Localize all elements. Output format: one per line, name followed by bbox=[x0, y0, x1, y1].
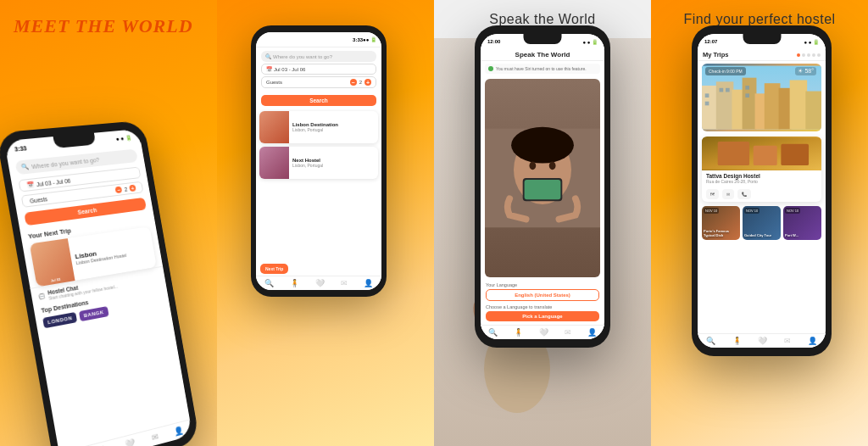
phone4-act2-card: NOV 10 Guided City Tour bbox=[743, 206, 781, 240]
phone1-dates: Jul 03 - Jul 06 bbox=[36, 177, 70, 187]
phone2-bottom-nav: 🔍 🧍 🤍 ✉ 👤 bbox=[256, 276, 381, 290]
svg-rect-25 bbox=[705, 102, 709, 106]
phone4-activity-2[interactable]: NOV 10 Guided City Tour bbox=[743, 206, 781, 240]
nav-heart-icon[interactable]: 🤍 bbox=[125, 438, 136, 446]
phone2-result-card-1[interactable]: Lisbon Destination Lisbon, Portugal bbox=[259, 111, 378, 143]
svg-point-9 bbox=[549, 162, 556, 170]
p2-card2-img bbox=[259, 147, 289, 179]
phone2-result-card-2[interactable]: Next Hostel Lisbon, Portugal bbox=[259, 147, 378, 179]
nav-profile-icon[interactable]: 👤 bbox=[174, 426, 185, 437]
phone4-hero-image: Check-in 9:00 PM ☀ 58° Porto bbox=[702, 64, 821, 131]
p2-card2-loc: Lisbon, Portugal bbox=[292, 163, 323, 168]
phone4-weather: ☀ 58° bbox=[795, 67, 816, 75]
phone3-alert-text: You must have Siri turned on to use this… bbox=[496, 66, 587, 71]
phone4-activity-1[interactable]: NOV 10 Porto's Famous Typical Dish bbox=[702, 206, 740, 240]
phone4-activity-3[interactable]: NOV 10 Port W... bbox=[783, 206, 821, 240]
phone2: 3:33 ●● 🔋 🔍 Where do you want to go? 📅 J… bbox=[251, 25, 387, 297]
phone4-mail-btn[interactable]: ✉ bbox=[722, 189, 734, 199]
phone2-search-area: 🔍 Where do you want to go? 📅 Jul 03 - Ju… bbox=[256, 47, 381, 92]
phone1-trip-image: Jul 03 bbox=[30, 238, 75, 287]
svg-rect-15 bbox=[702, 86, 718, 129]
phone4-map-btn[interactable]: 🗺 bbox=[706, 189, 719, 199]
search-icon: 🔍 bbox=[20, 163, 30, 170]
svg-point-8 bbox=[529, 162, 536, 170]
p4-nav-message[interactable]: ✉ bbox=[784, 337, 791, 345]
phone4-phone-btn[interactable]: 📞 bbox=[737, 189, 751, 199]
phone3-bottom-nav: 🔍 🧍 🤍 ✉ 👤 bbox=[481, 325, 604, 339]
svg-rect-23 bbox=[805, 92, 821, 130]
phone1-trip-date: Jul 03 bbox=[50, 277, 60, 283]
p4-nav-search[interactable]: 🔍 bbox=[706, 337, 715, 345]
p2-nav-heart[interactable]: 🤍 bbox=[315, 279, 325, 287]
phone2-stepper: − 2 + bbox=[350, 79, 371, 86]
phone3-language-button[interactable]: English (United States) bbox=[486, 289, 599, 301]
phone3-pick-button[interactable]: Pick a Language bbox=[486, 311, 599, 321]
phone1-content: 3:33 ● ● 🔋 🔍 Where do you want to go? 📅 … bbox=[4, 129, 192, 446]
phone4-hostel-info: Tattva Design Hostel Rua de Caires 26-28… bbox=[702, 170, 821, 187]
phone1: 3:33 ● ● 🔋 🔍 Where do you want to go? 📅 … bbox=[0, 120, 200, 446]
phone2-search-field[interactable]: 🔍 Where do you want to go? bbox=[261, 51, 376, 62]
panel-speak-world: Speak the World 12:00 ● ● 🔋 bbox=[434, 0, 651, 446]
phone4-my-trips: My Trips bbox=[703, 51, 728, 59]
camera-view bbox=[485, 79, 600, 277]
phone4: 12:07 ● ● 🔋 My Trips bbox=[692, 25, 832, 356]
p2-nav-profile[interactable]: 👤 bbox=[364, 279, 373, 287]
phone2-screen: 3:33 ●● 🔋 🔍 Where do you want to go? 📅 J… bbox=[256, 32, 381, 290]
p2-minus-btn[interactable]: − bbox=[350, 79, 357, 86]
phone4-bottom-nav: 🔍 🧍 🤍 ✉ 👤 bbox=[698, 333, 826, 348]
p3-nav-profile[interactable]: 👤 bbox=[587, 328, 597, 337]
svg-rect-27 bbox=[726, 88, 730, 92]
p4-nav-heart[interactable]: 🤍 bbox=[758, 337, 767, 345]
phone3-time: 12:00 bbox=[487, 39, 500, 44]
svg-rect-17 bbox=[732, 90, 743, 130]
phone4-checkin: Check-in 9:00 PM bbox=[705, 67, 746, 75]
p2-search-icon: 🔍 bbox=[265, 53, 271, 59]
svg-rect-32 bbox=[754, 146, 777, 165]
dest-london[interactable]: LONDON bbox=[42, 312, 77, 328]
svg-rect-33 bbox=[781, 144, 809, 165]
phone4-act1-card: NOV 10 Porto's Famous Typical Dish bbox=[702, 206, 740, 240]
phone4-header: My Trips bbox=[698, 49, 826, 61]
phone2-date-field[interactable]: 📅 Jul 03 - Jul 06 bbox=[261, 64, 376, 75]
p2-card1-img bbox=[259, 111, 289, 143]
phone4-act2-label: Guided City Tour bbox=[744, 234, 771, 238]
p2-nav-person[interactable]: 🧍 bbox=[290, 279, 299, 287]
p3-nav-message[interactable]: ✉ bbox=[565, 328, 571, 337]
phone3-choose-label: Choose a Language to translate bbox=[481, 302, 604, 310]
phone1-bottom-nav: 🔍 🧍 🤍 ✉ 👤 bbox=[59, 419, 192, 446]
phone4-icons: ● ● 🔋 bbox=[804, 39, 819, 45]
phone4-hostel-addr: Rua de Caires 26-28, Porto bbox=[706, 179, 817, 184]
calendar-icon: 📅 bbox=[26, 181, 35, 188]
p2-nav-search[interactable]: 🔍 bbox=[264, 279, 274, 287]
phone2-results: Lisbon Destination Lisbon, Portugal Next… bbox=[256, 109, 381, 259]
plus-button[interactable]: + bbox=[129, 185, 136, 192]
next-trip-badge[interactable]: Next Trip bbox=[260, 264, 288, 274]
p2-card1-info: Lisbon Destination Lisbon, Portugal bbox=[289, 111, 342, 143]
minus-button[interactable]: − bbox=[115, 187, 123, 194]
phone4-notch bbox=[743, 34, 781, 44]
svg-rect-16 bbox=[716, 81, 734, 129]
nav-message-icon[interactable]: ✉ bbox=[151, 432, 159, 443]
p2-nav-message[interactable]: ✉ bbox=[341, 279, 348, 287]
p3-nav-heart[interactable]: 🤍 bbox=[539, 328, 548, 337]
p3-nav-person[interactable]: 🧍 bbox=[514, 328, 523, 337]
p4-nav-person[interactable]: 🧍 bbox=[732, 337, 742, 345]
p2-plus-btn[interactable]: + bbox=[364, 79, 371, 86]
svg-rect-24 bbox=[705, 93, 709, 98]
phone4-act3-date: NOV 10 bbox=[785, 208, 800, 214]
phone4-act1-label: Porto's Famous Typical Dish bbox=[704, 230, 738, 238]
svg-rect-20 bbox=[765, 83, 781, 129]
svg-rect-18 bbox=[743, 78, 757, 130]
phone4-hostel-image bbox=[702, 137, 821, 170]
panel-meet-the-world: MEET THE WORLD 3:33 ● ● 🔋 🔍 Where do you… bbox=[0, 0, 217, 446]
svg-rect-19 bbox=[755, 93, 766, 129]
p4-nav-profile[interactable]: 👤 bbox=[808, 337, 817, 345]
alert-dot bbox=[488, 66, 493, 71]
panel1-title: MEET THE WORLD bbox=[14, 15, 193, 37]
p2-cal-icon: 📅 bbox=[266, 66, 272, 72]
phone4-hostel-card[interactable]: Tattva Design Hostel Rua de Caires 26-28… bbox=[702, 137, 821, 202]
dest-bangkok[interactable]: BANGK bbox=[79, 306, 108, 321]
phone2-search-button[interactable]: Search bbox=[261, 95, 376, 106]
p3-nav-search[interactable]: 🔍 bbox=[488, 328, 498, 337]
hostel-image bbox=[702, 137, 821, 170]
